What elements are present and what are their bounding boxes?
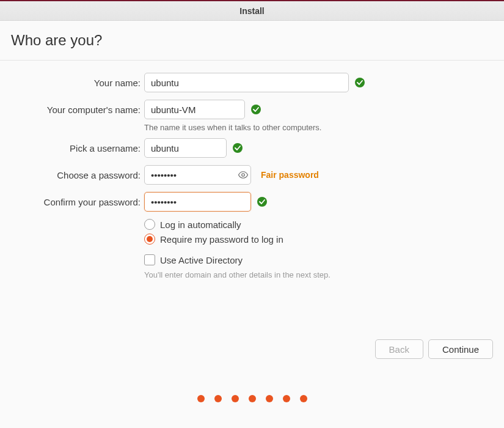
username-input[interactable] (144, 138, 227, 158)
confirm-password-label: Confirm your password: (11, 197, 144, 207)
continue-button[interactable]: Continue (428, 339, 493, 359)
back-button[interactable]: Back (375, 339, 423, 359)
login-auto-radio[interactable] (144, 219, 155, 230)
page-title: Who are you? (0, 21, 504, 61)
login-auto-label: Log in automatically (160, 220, 241, 230)
user-setup-form: Your name: Your computer's name: The nam… (0, 61, 504, 279)
progress-dot (266, 395, 273, 402)
computer-name-input[interactable] (144, 100, 245, 119)
window-title: Install (239, 6, 264, 16)
password-strength: Fair password (261, 170, 319, 180)
checkmark-icon (355, 78, 365, 87)
eye-icon[interactable] (236, 168, 250, 182)
progress-dots (0, 395, 504, 402)
progress-dot (232, 395, 239, 402)
confirm-password-input[interactable] (144, 192, 251, 212)
require-password-radio[interactable] (144, 234, 155, 245)
checkmark-icon (257, 197, 267, 207)
progress-dot (249, 395, 256, 402)
footer-buttons: Back Continue (375, 339, 493, 359)
active-directory-hint: You'll enter domain and other details in… (144, 270, 331, 279)
computer-name-hint: The name it uses when it talks to other … (144, 123, 321, 132)
svg-point-0 (242, 174, 245, 177)
username-label: Pick a username: (11, 143, 144, 153)
progress-dot (283, 395, 290, 402)
your-name-input[interactable] (144, 73, 349, 92)
active-directory-label: Use Active Directory (160, 255, 243, 265)
progress-dot (197, 395, 205, 402)
progress-dot (300, 395, 307, 402)
require-password-label: Require my password to log in (160, 234, 283, 245)
computer-name-label: Your computer's name: (11, 105, 144, 115)
checkmark-icon (233, 143, 243, 153)
password-label: Choose a password: (11, 170, 144, 180)
active-directory-checkbox[interactable] (144, 254, 155, 265)
checkmark-icon (251, 105, 261, 114)
password-input[interactable] (144, 165, 251, 185)
window-titlebar: Install (0, 0, 504, 21)
your-name-label: Your name: (11, 78, 144, 88)
progress-dot (214, 395, 222, 402)
